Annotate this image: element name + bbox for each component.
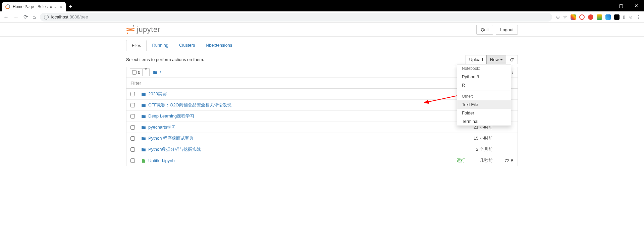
sort-arrow-icon: ↓ [512,70,514,75]
ext-icon-6[interactable] [614,14,620,20]
tab-files[interactable]: Files [126,40,147,51]
file-size: 72 B [497,158,514,163]
folder-icon [141,91,146,97]
tab-clusters[interactable]: Clusters [174,40,201,51]
action-hint: Select items to perform actions on them. [126,57,204,62]
star-icon[interactable]: ☆ [563,14,567,19]
browser-tab-strip: Home Page - Select or create × + ─ ▢ ✕ [0,0,644,11]
folder-icon [141,147,146,152]
dropdown-header-other: Other: [457,92,511,100]
dropdown-item-r[interactable]: R [457,81,511,89]
row-checkbox[interactable] [130,147,135,152]
modified-time: 15 小时前 [469,135,493,141]
zoom-icon[interactable]: ⊖ [556,14,560,19]
action-row: Select items to perform actions on them.… [126,55,518,64]
folder-icon [141,125,146,130]
notebook-icon [141,158,146,163]
jupyter-logo[interactable]: jupyter [126,25,160,34]
url-text: localhost:8888/tree [51,14,88,19]
file-name-link[interactable]: Deep Learning课程学习 [148,113,194,119]
folder-icon [141,113,146,119]
caret-down-icon [145,68,147,75]
filter-input[interactable] [130,81,514,86]
caret-down-icon [500,59,503,60]
profile-icon[interactable]: ☺ [629,14,633,19]
modified-time: 几秒前 [469,157,493,163]
select-all-checkbox[interactable] [132,70,137,75]
forward-button[interactable]: → [13,14,19,20]
maximize-button[interactable]: ▢ [613,0,629,11]
main-tabs: Files Running Clusters Nbextensions [126,40,518,51]
ext-icon-5[interactable] [605,14,611,20]
refresh-icon [509,57,514,62]
tab-title: Home Page - Select or create [13,4,57,9]
quit-button[interactable]: Quit [476,25,493,35]
address-bar[interactable]: i localhost:8888/tree [40,13,552,21]
close-window-button[interactable]: ✕ [629,0,644,11]
ext-icon-4[interactable] [597,14,602,20]
home-button[interactable]: ⌂ [33,14,36,20]
file-name-link[interactable]: pyecharts学习 [148,124,176,130]
file-row: Untitled.ipynb运行几秒前72 B [126,155,518,166]
dropdown-item-folder[interactable]: Folder [457,109,511,117]
ext-icon-3[interactable] [588,14,593,20]
breadcrumb-root: / [160,70,161,75]
folder-icon [153,70,158,75]
extension-icons: ⊖ ☆ ▯ ☺ ⋮ [556,14,641,20]
file-name-link[interactable]: 2020美赛 [148,91,167,97]
file-name-link[interactable]: CFF竞赛：O2O商铺食品安全相关评论发现 [148,102,231,108]
new-button[interactable]: New [486,55,506,64]
dropdown-header-notebook: Notebook: [457,64,511,73]
refresh-button[interactable] [506,55,518,64]
folder-icon [141,102,146,108]
site-info-icon[interactable]: i [44,15,49,19]
select-count: 0 [138,70,140,75]
jupyter-header: jupyter Quit Logout [0,23,644,37]
new-dropdown: Notebook: Python 3 R Other: Text File Fo… [457,64,511,126]
jupyter-favicon [5,4,10,9]
upload-button[interactable]: Upload [466,55,487,64]
bookmark-icon[interactable]: ▯ [623,14,625,19]
dropdown-item-textfile[interactable]: Text File [457,100,511,109]
row-checkbox[interactable] [130,136,135,141]
row-checkbox[interactable] [130,125,135,130]
new-tab-button[interactable]: + [66,2,75,11]
ext-icon-1[interactable] [571,14,576,20]
reload-button[interactable]: ⟳ [23,14,28,20]
window-controls: ─ ▢ ✕ [598,0,644,11]
new-button-label: New [490,57,499,62]
row-checkbox[interactable] [130,114,135,118]
running-badge: 运行 [457,157,465,163]
tab-nbextensions[interactable]: Nbextensions [201,40,238,51]
browser-toolbar: ← → ⟳ ⌂ i localhost:8888/tree ⊖ ☆ ▯ ☺ ⋮ [0,11,644,23]
logout-button[interactable]: Logout [496,25,518,35]
row-checkbox[interactable] [130,158,135,163]
close-tab-icon[interactable]: × [60,4,62,9]
back-button[interactable]: ← [3,14,9,20]
dropdown-item-python3[interactable]: Python 3 [457,73,511,81]
jupyter-logo-icon [126,25,135,34]
file-row: Python数据分析与挖掘实战2 个月前 [126,144,518,155]
minimize-button[interactable]: ─ [598,0,613,11]
menu-icon[interactable]: ⋮ [636,14,641,19]
file-row: Python 程序猿面试宝典15 小时前 [126,133,518,144]
breadcrumb[interactable]: / [153,70,161,75]
row-checkbox[interactable] [130,92,135,96]
row-checkbox[interactable] [130,103,135,107]
dropdown-divider [457,91,511,91]
select-dropdown[interactable] [143,69,149,76]
file-name-link[interactable]: Untitled.ipynb [148,158,175,163]
jupyter-logo-text: jupyter [137,25,160,34]
tab-running[interactable]: Running [147,40,173,51]
ext-icon-2[interactable] [579,14,585,20]
browser-tab[interactable]: Home Page - Select or create × [2,2,66,11]
file-name-link[interactable]: Python 程序猿面试宝典 [148,135,194,141]
file-name-link[interactable]: Python数据分析与挖掘实战 [148,146,201,152]
folder-icon [141,136,146,141]
select-all-control[interactable]: 0 [130,68,150,76]
dropdown-item-terminal[interactable]: Terminal [457,117,511,126]
modified-time: 2 个月前 [469,146,493,152]
